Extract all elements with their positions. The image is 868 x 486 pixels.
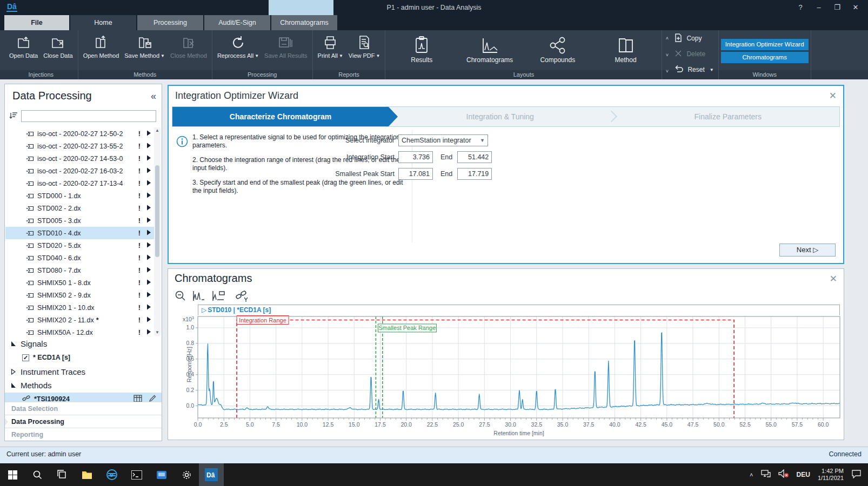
settings-button[interactable] bbox=[174, 463, 199, 486]
layout-compounds-button[interactable]: Compounds bbox=[524, 30, 591, 64]
next-button[interactable]: Next ▷ bbox=[779, 244, 836, 256]
search-button[interactable] bbox=[25, 463, 50, 486]
file-explorer-button[interactable] bbox=[75, 463, 99, 486]
tree-item[interactable]: STD005 - 3.dx! bbox=[5, 214, 156, 227]
scrollbar-thumb[interactable] bbox=[155, 165, 159, 257]
sort-filter-icon[interactable] bbox=[9, 111, 18, 122]
integrator-select[interactable]: ChemStation integrator ▼ bbox=[398, 134, 488, 146]
tree-item[interactable]: iso-oct - 2020-02-27 14-53-0! bbox=[5, 152, 156, 165]
tree-item[interactable]: iso-oct - 2020-02-27 16-03-2! bbox=[5, 165, 156, 177]
smallest-peak-end-input[interactable]: 17.719 bbox=[457, 168, 492, 180]
checkbox-checked-icon[interactable]: ✓ bbox=[22, 354, 29, 361]
tab-home[interactable]: Home bbox=[70, 15, 136, 30]
open-method-button[interactable]: Open Method bbox=[81, 30, 122, 59]
action-center-icon[interactable] bbox=[851, 469, 862, 481]
tree-scrollbar[interactable]: ▲ ▼ bbox=[154, 127, 161, 336]
run-icon[interactable] bbox=[146, 130, 151, 138]
layout-results-button[interactable]: Results bbox=[388, 30, 455, 64]
tab-chromatograms[interactable]: Chromatograms bbox=[271, 15, 337, 30]
keyboard-language[interactable]: DEU bbox=[797, 471, 810, 478]
help-icon[interactable]: ? bbox=[791, 0, 810, 15]
minimize-icon[interactable]: – bbox=[810, 0, 828, 15]
chromatogram-chart[interactable]: ▷STD010 | *ECD1A [s] Integration RangeSm… bbox=[179, 305, 844, 438]
copy-button[interactable]: Copy bbox=[674, 33, 713, 44]
signal-item-ecd1a[interactable]: ✓ * ECD1A [s] bbox=[5, 351, 162, 364]
run-icon[interactable] bbox=[146, 230, 151, 237]
smallest-peak-start-input[interactable]: 17.081 bbox=[398, 168, 433, 180]
tree-item[interactable]: STD020 - 5.dx! bbox=[5, 239, 156, 252]
integration-end-input[interactable]: 51.442 bbox=[457, 151, 492, 163]
tab-processing[interactable]: Processing bbox=[137, 15, 203, 30]
reset-button[interactable]: Reset ▼ bbox=[674, 64, 713, 75]
run-icon[interactable] bbox=[146, 279, 151, 287]
tree-item[interactable]: STD000 - 1.dx! bbox=[5, 190, 156, 202]
start-button[interactable] bbox=[0, 463, 25, 486]
overlay-signals-icon[interactable] bbox=[211, 290, 225, 304]
nav-data-processing[interactable]: Data Processing bbox=[5, 415, 162, 428]
close-data-button[interactable]: Close Data bbox=[41, 30, 75, 59]
tab-audit-e-sign[interactable]: Audit/E-Sign bbox=[204, 15, 270, 30]
run-icon[interactable] bbox=[146, 205, 151, 212]
nav-data-selection[interactable]: Data Selection bbox=[5, 402, 162, 415]
run-icon[interactable] bbox=[146, 155, 151, 163]
signals-section-header[interactable]: Signals bbox=[5, 337, 162, 350]
network-icon[interactable] bbox=[761, 470, 771, 480]
run-icon[interactable] bbox=[146, 143, 151, 150]
restore-icon[interactable]: ❐ bbox=[828, 0, 846, 15]
tree-item[interactable]: iso-oct - 2020-02-27 13-55-2! bbox=[5, 140, 156, 152]
tree-item[interactable]: SHMIX50 1 - 8.dx! bbox=[5, 276, 156, 289]
window-button-chromatograms[interactable]: Chromatograms bbox=[721, 52, 809, 63]
volume-muted-icon[interactable] bbox=[778, 469, 789, 480]
view-pdf-button[interactable]: View PDF▼ bbox=[346, 30, 383, 59]
tree-item[interactable]: STD002 - 2.dx! bbox=[5, 202, 156, 214]
scrollbar-up-icon[interactable]: ▲ bbox=[154, 127, 161, 134]
close-icon[interactable]: ✕ bbox=[829, 90, 837, 102]
data-analysis-app-button[interactable]: Dâ bbox=[199, 463, 224, 486]
window-button-integration-optimizer-wizard[interactable]: Integration Optimizer Wizard bbox=[721, 39, 809, 50]
run-icon[interactable] bbox=[146, 292, 151, 299]
close-icon[interactable]: ✕ bbox=[846, 0, 865, 15]
run-icon[interactable] bbox=[146, 329, 151, 336]
instrument-traces-section-header[interactable]: Instrument Traces bbox=[5, 365, 162, 379]
tree-item[interactable]: STD040 - 6.dx! bbox=[5, 252, 156, 264]
print-all-button[interactable]: Print All▼ bbox=[315, 30, 346, 59]
tree-item[interactable]: iso-oct - 2020-02-27 12-50-2! bbox=[5, 127, 156, 140]
scrollbar-down-icon[interactable]: ▼ bbox=[154, 329, 161, 336]
tree-item[interactable]: SHMIX20 1 - 10.dx! bbox=[5, 301, 156, 314]
expand-more-icon[interactable]: ˅˅ bbox=[663, 66, 671, 76]
compare-signals-icon[interactable] bbox=[192, 290, 206, 304]
internet-explorer-button[interactable]: e bbox=[99, 463, 124, 486]
zoom-out-icon[interactable] bbox=[175, 290, 186, 304]
signal-header[interactable]: ▷STD010 | *ECD1A [s] bbox=[198, 305, 840, 315]
scroll-up-icon[interactable]: ˄ bbox=[663, 33, 671, 43]
command-prompt-button[interactable] bbox=[124, 463, 149, 486]
reprocess-all-button[interactable]: Reprocess All▼ bbox=[215, 30, 262, 59]
task-view-button[interactable] bbox=[50, 463, 75, 486]
layout-chromatograms-button[interactable]: Chromatograms bbox=[456, 30, 523, 64]
run-icon[interactable] bbox=[146, 254, 151, 262]
run-icon[interactable] bbox=[146, 316, 151, 324]
nav-reporting[interactable]: Reporting bbox=[5, 428, 162, 441]
remote-app-button[interactable] bbox=[149, 463, 174, 486]
tree-item[interactable]: SHMIX20 2 - 11.dx*! bbox=[5, 314, 156, 326]
collapse-panel-icon[interactable]: « bbox=[151, 91, 156, 102]
layout-method-button[interactable]: Method bbox=[592, 30, 659, 64]
tab-file[interactable]: File bbox=[4, 15, 69, 30]
run-icon[interactable] bbox=[146, 217, 151, 225]
tree-item[interactable]: SHMIX50A - 12.dx! bbox=[5, 326, 156, 336]
run-icon[interactable] bbox=[146, 242, 151, 249]
save-method-button[interactable]: Save Method▼ bbox=[122, 30, 168, 59]
tree-item[interactable]: SHMIX50 2 - 9.dx! bbox=[5, 289, 156, 301]
run-icon[interactable] bbox=[146, 267, 151, 274]
tree-item[interactable]: STD010 - 4.dx! bbox=[5, 227, 156, 239]
run-icon[interactable] bbox=[146, 304, 151, 312]
methods-section-header[interactable]: Methods bbox=[5, 379, 162, 392]
open-data-button[interactable]: Open Data bbox=[6, 30, 41, 59]
run-icon[interactable] bbox=[146, 192, 151, 200]
search-input[interactable] bbox=[21, 110, 156, 122]
tree-item[interactable]: iso-oct - 2020-02-27 17-13-4! bbox=[5, 177, 156, 190]
hidden-icons-chevron[interactable]: ˄ bbox=[750, 471, 753, 478]
run-icon[interactable] bbox=[146, 167, 151, 175]
run-icon[interactable] bbox=[146, 180, 151, 187]
scroll-down-icon[interactable]: ˅ bbox=[663, 50, 671, 60]
